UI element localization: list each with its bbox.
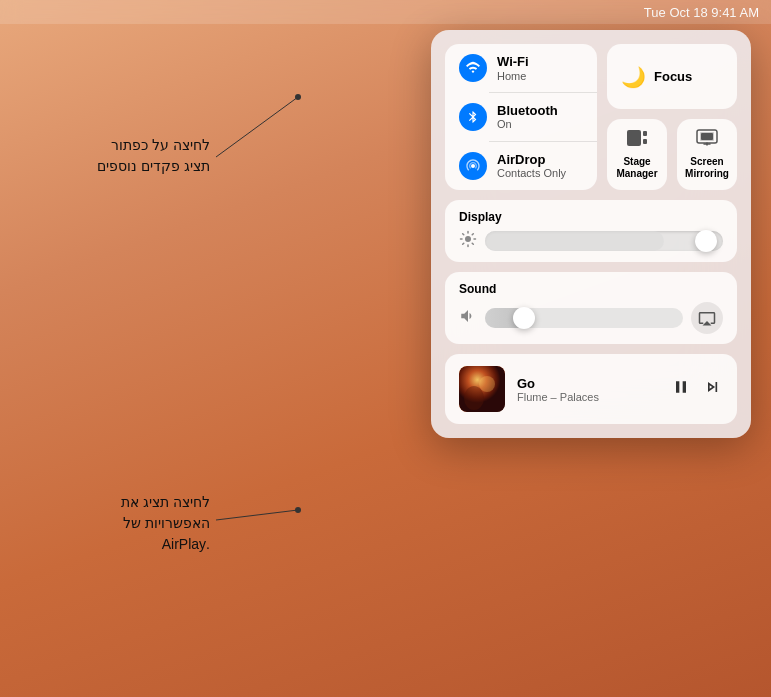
bluetooth-subtitle: On — [497, 118, 558, 131]
sound-slider-row — [459, 302, 723, 334]
display-slider-row — [459, 230, 723, 252]
svg-line-0 — [216, 97, 298, 157]
airdrop-subtitle: Contacts Only — [497, 167, 566, 180]
svg-line-2 — [216, 510, 298, 520]
svg-rect-6 — [643, 131, 647, 136]
svg-point-1 — [295, 94, 301, 100]
svg-point-3 — [295, 507, 301, 513]
airdrop-title: AirDrop — [497, 152, 566, 168]
menubar: Tue Oct 18 9:41 AM — [0, 0, 771, 24]
svg-point-14 — [464, 386, 484, 410]
airdrop-item[interactable]: AirDrop Contacts Only — [445, 142, 597, 191]
airdrop-text: AirDrop Contacts Only — [497, 152, 566, 181]
pause-icon — [671, 377, 691, 397]
bottom-right-row: Stage Manager Screen Mirroring — [607, 119, 737, 190]
wifi-icon — [465, 60, 481, 76]
display-section: Display — [445, 200, 737, 262]
display-label: Display — [459, 210, 723, 224]
airplay-button[interactable] — [691, 302, 723, 334]
track-info: Go Flume – Palaces — [517, 376, 659, 403]
forward-icon — [703, 377, 723, 397]
svg-rect-7 — [643, 139, 647, 144]
bluetooth-text: Bluetooth On — [497, 103, 558, 132]
svg-point-4 — [471, 164, 475, 168]
right-group: 🌙 Focus Stage Manager — [607, 44, 737, 190]
now-playing-section: Go Flume – Palaces — [445, 354, 737, 424]
sound-label: Sound — [459, 282, 723, 296]
pause-button[interactable] — [671, 377, 691, 402]
control-center: Wi-Fi Home Bluetooth On — [431, 30, 751, 438]
svg-point-11 — [465, 236, 471, 242]
svg-point-13 — [479, 376, 495, 392]
stage-manager-button[interactable]: Stage Manager — [607, 119, 667, 190]
wifi-title: Wi-Fi — [497, 54, 529, 70]
airplay-icon — [698, 309, 716, 327]
focus-label: Focus — [654, 69, 692, 84]
album-art — [459, 366, 505, 412]
wifi-text: Wi-Fi Home — [497, 54, 529, 83]
sound-slider-track[interactable] — [485, 308, 683, 328]
bluetooth-item[interactable]: Bluetooth On — [445, 93, 597, 142]
speaker-icon — [459, 307, 477, 329]
screen-mirroring-icon — [696, 129, 718, 152]
moon-icon: 🌙 — [621, 65, 646, 89]
screen-mirroring-label: Screen Mirroring — [685, 156, 729, 180]
airdrop-icon-bg — [459, 152, 487, 180]
screen-mirroring-button[interactable]: Screen Mirroring — [677, 119, 737, 190]
bluetooth-icon-bg — [459, 103, 487, 131]
track-artist: Flume – Palaces — [517, 391, 659, 403]
airplay-annotation: לחיצה תציג את האפשרויות של .AirPlay — [20, 492, 210, 555]
airdrop-icon — [465, 158, 481, 174]
svg-rect-5 — [627, 130, 641, 146]
svg-rect-10 — [701, 133, 713, 140]
menubar-datetime: Tue Oct 18 9:41 AM — [644, 5, 759, 20]
track-title: Go — [517, 376, 659, 391]
stage-manager-label: Stage Manager — [615, 156, 659, 180]
wifi-item[interactable]: Wi-Fi Home — [445, 44, 597, 93]
wifi-icon-bg — [459, 54, 487, 82]
forward-button[interactable] — [703, 377, 723, 402]
stage-manager-icon — [626, 129, 648, 152]
button-annotation: לחיצה על כפתור תציג פקדים נוספים — [20, 135, 210, 177]
wifi-subtitle: Home — [497, 70, 529, 83]
sun-icon — [459, 230, 477, 252]
top-section: Wi-Fi Home Bluetooth On — [445, 44, 737, 190]
bluetooth-icon — [466, 110, 480, 124]
sound-section: Sound — [445, 272, 737, 344]
connectivity-group: Wi-Fi Home Bluetooth On — [445, 44, 597, 190]
playback-controls — [671, 377, 723, 402]
bluetooth-title: Bluetooth — [497, 103, 558, 119]
focus-button[interactable]: 🌙 Focus — [607, 44, 737, 109]
display-slider-track[interactable] — [485, 231, 723, 251]
